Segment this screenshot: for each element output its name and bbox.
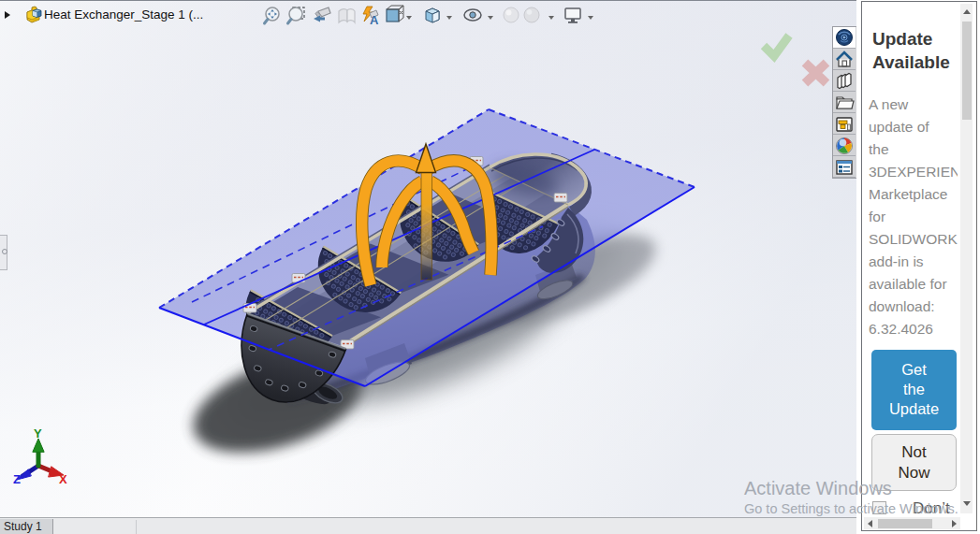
svg-text:Z: Z bbox=[13, 472, 21, 486]
svg-text:Y: Y bbox=[34, 426, 42, 440]
svg-text:A: A bbox=[370, 13, 379, 27]
svg-text:X: X bbox=[59, 472, 67, 486]
